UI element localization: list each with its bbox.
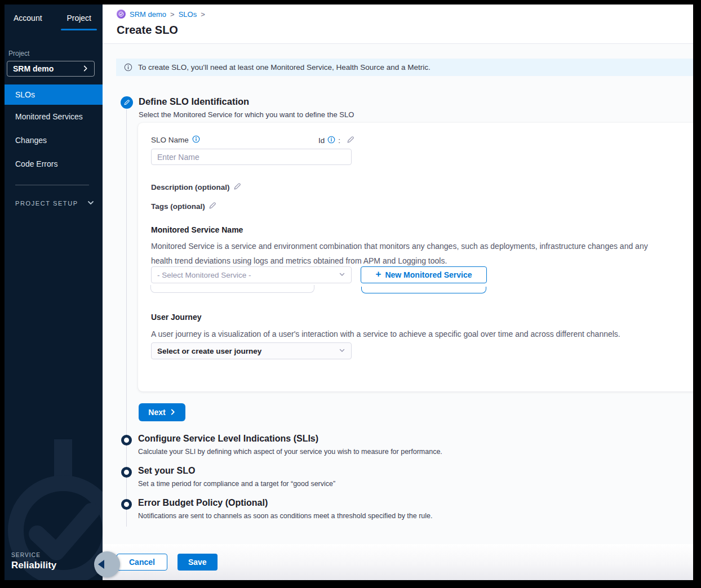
new-monitored-service-label: New Monitored Service bbox=[385, 270, 472, 279]
info-icon bbox=[124, 63, 132, 72]
module-brand: SERVICE Reliability bbox=[11, 552, 56, 571]
project-setup-label: PROJECT SETUP bbox=[15, 200, 78, 207]
info-icon[interactable] bbox=[327, 136, 335, 145]
sidebar-item-slos[interactable]: SLOs bbox=[5, 84, 103, 105]
project-selector-value: SRM demo bbox=[13, 64, 54, 73]
chevron-down-icon bbox=[87, 199, 94, 207]
cancel-button[interactable]: Cancel bbox=[117, 554, 167, 571]
step-radio-icon bbox=[121, 467, 132, 478]
collapse-left-arrow-icon bbox=[98, 560, 104, 569]
step3-title: Set your SLO bbox=[138, 466, 335, 476]
breadcrumb: SRM demo > SLOs > bbox=[117, 10, 693, 19]
step-radio-icon bbox=[121, 435, 132, 446]
id-label: Id bbox=[318, 136, 325, 145]
edit-step-icon bbox=[121, 96, 133, 109]
monitored-service-label: Monitored Service Name bbox=[151, 225, 243, 234]
select-ghost-border bbox=[150, 285, 314, 293]
project-selector[interactable]: SRM demo bbox=[7, 61, 95, 77]
wizard-step-4[interactable]: Error Budget Policy (Optional) Notificat… bbox=[121, 498, 433, 520]
module-kicker: SERVICE bbox=[11, 552, 56, 558]
main-area: SRM demo > SLOs > Create SLO To create S… bbox=[103, 5, 693, 580]
breadcrumb-link-project[interactable]: SRM demo bbox=[130, 10, 166, 19]
new-monitored-service-button[interactable]: + New Monitored Service bbox=[361, 266, 487, 283]
description-label-row: Description (optional) bbox=[151, 182, 242, 192]
tags-label: Tags (optional) bbox=[151, 202, 205, 211]
chevron-down-icon bbox=[339, 271, 345, 279]
step4-title: Error Budget Policy (Optional) bbox=[138, 498, 433, 508]
user-journey-select[interactable]: Select or create user journey bbox=[151, 342, 352, 359]
monitored-service-description: Monitored Service is a service and envir… bbox=[151, 239, 667, 268]
create-slo-content: To create SLO, you'll need at least one … bbox=[103, 44, 693, 544]
sidebar-collapse-button[interactable] bbox=[94, 551, 120, 577]
sidebar-item-code-errors[interactable]: Code Errors bbox=[5, 152, 103, 176]
sidebar-item-project-setup[interactable]: PROJECT SETUP bbox=[5, 192, 103, 215]
sidebar-scope-tabs: Account Project bbox=[5, 5, 103, 29]
plus-icon: + bbox=[376, 269, 381, 280]
sidebar-item-changes[interactable]: Changes bbox=[5, 128, 103, 152]
slo-identification-card: SLO Name Id : Des bbox=[138, 123, 693, 391]
app-window: Account Project Project SRM demo SLOs Mo… bbox=[5, 5, 693, 580]
step1-subtitle: Select the Monitored Service for which y… bbox=[139, 110, 354, 119]
breadcrumb-separator: > bbox=[201, 10, 205, 19]
user-journey-select-value: Select or create user journey bbox=[157, 347, 261, 355]
page-header: SRM demo > SLOs > Create SLO bbox=[103, 5, 693, 44]
id-colon: : bbox=[338, 136, 340, 145]
step2-title: Configure Service Level Indications (SLI… bbox=[138, 434, 442, 444]
module-name: Reliability bbox=[11, 560, 56, 571]
tags-label-row: Tags (optional) bbox=[151, 201, 217, 211]
button-ghost-border bbox=[361, 287, 486, 293]
wizard-step-1[interactable]: Define SLO Identification Select the Mon… bbox=[121, 96, 354, 119]
breadcrumb-link-slos[interactable]: SLOs bbox=[179, 10, 197, 19]
tab-account[interactable]: Account bbox=[10, 14, 46, 29]
action-footer: Cancel Save bbox=[103, 544, 693, 580]
wizard-step-2[interactable]: Configure Service Level Indications (SLI… bbox=[121, 434, 442, 456]
slo-name-input[interactable] bbox=[151, 149, 352, 165]
slo-id-row: Id : bbox=[318, 135, 355, 145]
breadcrumb-separator: > bbox=[170, 10, 175, 19]
user-journey-label: User Journey bbox=[151, 313, 201, 322]
sidebar-divider bbox=[15, 185, 89, 185]
info-banner-text: To create SLO, you'll need at least one … bbox=[138, 63, 431, 72]
step1-title: Define SLO Identification bbox=[139, 96, 354, 107]
description-label: Description (optional) bbox=[151, 183, 230, 191]
slo-name-label: SLO Name bbox=[151, 135, 200, 145]
info-icon[interactable] bbox=[192, 135, 200, 145]
next-button[interactable]: Next bbox=[139, 403, 185, 421]
sidebar-item-monitored-services[interactable]: Monitored Services bbox=[5, 105, 103, 128]
monitored-service-select-value: - Select Monitored Service - bbox=[157, 271, 251, 279]
chevron-down-icon bbox=[339, 347, 345, 355]
chevron-right-icon bbox=[170, 408, 176, 417]
wizard-step-3[interactable]: Set your SLO Set a time period for compl… bbox=[121, 466, 335, 488]
user-journey-description: A user journey is a visualization of a u… bbox=[151, 327, 667, 341]
save-button[interactable]: Save bbox=[178, 554, 218, 571]
slo-name-label-text: SLO Name bbox=[151, 136, 189, 144]
srm-module-icon bbox=[117, 10, 126, 19]
project-section-label: Project bbox=[8, 50, 103, 57]
tab-project[interactable]: Project bbox=[63, 14, 95, 29]
sidebar-nav: SLOs Monitored Services Changes Code Err… bbox=[5, 84, 103, 176]
step-radio-icon bbox=[121, 499, 132, 510]
sidebar: Account Project Project SRM demo SLOs Mo… bbox=[5, 5, 103, 580]
wizard-connector-line bbox=[126, 109, 127, 527]
chevron-right-icon bbox=[82, 64, 88, 74]
page-title: Create SLO bbox=[117, 24, 693, 37]
step3-subtitle: Set a time period for compliance and a t… bbox=[138, 480, 335, 488]
edit-icon[interactable] bbox=[208, 201, 217, 211]
info-banner: To create SLO, you'll need at least one … bbox=[116, 59, 693, 76]
edit-icon[interactable] bbox=[347, 135, 355, 145]
step2-subtitle: Calculate your SLI by defining which asp… bbox=[138, 448, 442, 456]
monitored-service-select[interactable]: - Select Monitored Service - bbox=[151, 266, 352, 283]
edit-icon[interactable] bbox=[233, 182, 242, 192]
next-button-label: Next bbox=[148, 408, 165, 417]
step4-subtitle: Notifications are sent to channels as so… bbox=[138, 512, 433, 520]
